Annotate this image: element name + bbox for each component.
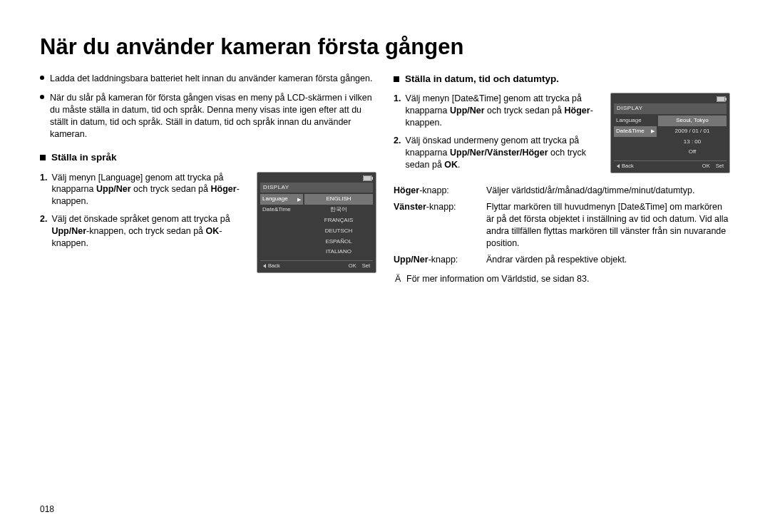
step-number: 1.	[394, 93, 401, 129]
battery-icon	[614, 96, 727, 102]
battery-icon	[260, 175, 373, 181]
step-text: Välj menyn [Language] genom att trycka p…	[51, 172, 251, 208]
option-item: FRANÇAIS	[304, 215, 373, 226]
svg-rect-2	[371, 177, 373, 180]
square-bullet-icon	[40, 155, 46, 160]
lcd-back: Back	[263, 262, 280, 270]
left-column: Ladda det laddningsbara batteriet helt i…	[40, 73, 376, 285]
step-text: Välj menyn [Date&Time] genom att trycka …	[405, 93, 605, 129]
step-text: Välj det önskade språket genom att tryck…	[51, 213, 251, 250]
lcd-back: Back	[617, 163, 634, 170]
right-column: Ställa in datum, tid och datumtyp. 1. Vä…	[394, 73, 730, 285]
table-key: Upp/Ner-knapp:	[394, 254, 486, 266]
page-title: När du använder kameran första gången	[40, 34, 730, 60]
table-value: Väljer världstid/år/månad/dag/timme/minu…	[486, 185, 730, 197]
triangle-left-icon	[263, 264, 266, 268]
button-description-table: Höger-knapp: Väljer världstid/år/månad/d…	[394, 185, 730, 265]
page-number: 018	[40, 504, 54, 514]
lang-steps: 1. Välj menyn [Language] genom att tryck…	[40, 172, 251, 255]
option-item: Seoul, Tokyo	[658, 116, 727, 126]
step-number: 2.	[394, 135, 401, 171]
table-value: Ändrar värden på respektive objekt.	[486, 254, 730, 266]
lcd-ok-set: OK Set	[349, 262, 370, 270]
chevron-right-icon: ▶	[651, 128, 654, 134]
intro-bullet-text: När du slår på kameran för första gången…	[50, 93, 372, 139]
lcd-ok-set: OK Set	[702, 163, 724, 170]
option-item: 한국어	[304, 205, 373, 215]
option-item: ENGLISH	[304, 194, 373, 205]
option-item: Off	[658, 147, 727, 158]
intro-bullets: Ladda det laddningsbara batteriet helt i…	[40, 73, 376, 140]
option-item: ESPAÑOL	[304, 237, 373, 247]
lcd-header: DISPLAY	[614, 103, 727, 114]
menu-item: Date&Time	[260, 205, 303, 215]
option-item: 2009 / 01 / 01	[658, 126, 727, 137]
option-item: 13 : 00	[658, 137, 727, 148]
asterisk-icon: Ä	[395, 273, 401, 285]
footnote: Ä För mer information om Världstid, se s…	[394, 273, 730, 285]
square-bullet-icon	[394, 76, 399, 82]
step-text: Välj önskad undermeny genom att trycka p…	[405, 135, 605, 171]
lcd-datetime: DISPLAY Language Date&Time▶ Seoul, Tokyo…	[610, 93, 730, 173]
lang-heading: Ställa in språk	[40, 151, 376, 164]
dt-heading: Ställa in datum, tid och datumtyp.	[394, 73, 730, 86]
triangle-left-icon	[617, 164, 620, 168]
table-key: Höger-knapp:	[394, 185, 486, 197]
intro-bullet-text: Ladda det laddningsbara batteriet helt i…	[50, 73, 372, 83]
lcd-header: DISPLAY	[260, 183, 373, 193]
option-item: DEUTSCH	[304, 226, 373, 237]
table-key: Vänster-knapp:	[394, 201, 486, 250]
menu-item: Date&Time▶	[614, 126, 657, 137]
chevron-right-icon: ▶	[297, 196, 301, 203]
step-number: 2.	[40, 213, 47, 250]
lcd-language: DISPLAY Language▶ Date&Time ENGLISH 한국어 …	[257, 172, 376, 274]
step-number: 1.	[40, 172, 47, 208]
table-value: Flyttar markören till huvudmenyn [Date&T…	[486, 201, 730, 250]
svg-rect-1	[364, 176, 371, 180]
option-item: ITALIANO	[304, 247, 373, 257]
svg-rect-5	[725, 98, 727, 101]
svg-rect-4	[717, 97, 724, 101]
menu-item: Language	[614, 116, 657, 126]
dt-steps: 1. Välj menyn [Date&Time] genom att tryc…	[394, 93, 605, 176]
menu-item: Language▶	[260, 194, 303, 205]
